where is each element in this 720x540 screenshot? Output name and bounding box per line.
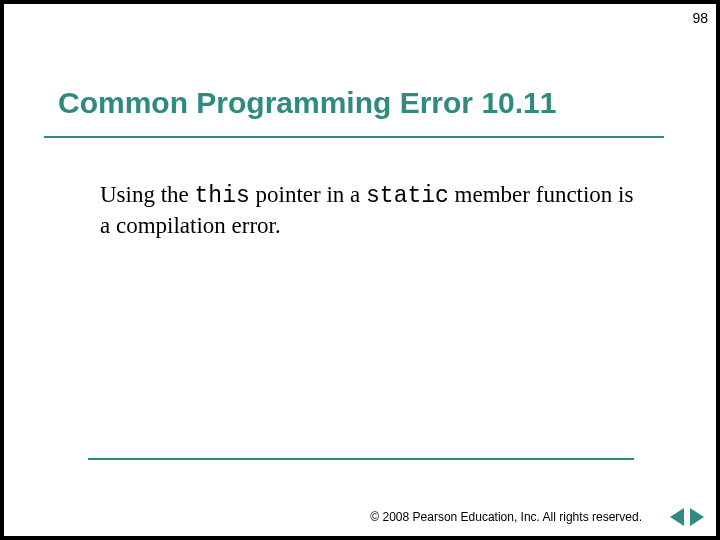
slide-nav — [670, 508, 704, 526]
slide-title: Common Programming Error 10.11 — [58, 86, 556, 120]
code-keyword-this: this — [195, 183, 250, 209]
body-fragment: pointer in a — [250, 182, 366, 207]
footer-rule — [88, 458, 634, 460]
slide: 98 Common Programming Error 10.11 Using … — [4, 4, 716, 536]
title-underline — [44, 136, 664, 138]
page-number: 98 — [692, 10, 708, 26]
body-fragment: Using the — [100, 182, 195, 207]
copyright-text: © 2008 Pearson Education, Inc. All right… — [370, 510, 642, 524]
body-text: Using the this pointer in a static membe… — [100, 180, 640, 241]
prev-slide-button[interactable] — [670, 508, 684, 526]
code-keyword-static: static — [366, 183, 449, 209]
next-slide-button[interactable] — [690, 508, 704, 526]
